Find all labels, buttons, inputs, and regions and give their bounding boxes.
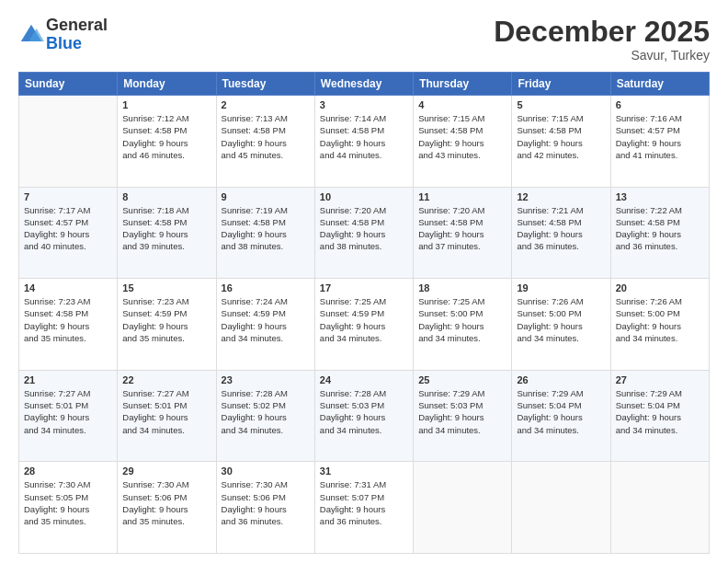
- day-cell: 17Sunrise: 7:25 AM Sunset: 4:59 PM Dayli…: [314, 279, 413, 371]
- day-info: Sunrise: 7:20 AM Sunset: 4:58 PM Dayligh…: [418, 204, 506, 253]
- day-cell: 20Sunrise: 7:26 AM Sunset: 5:00 PM Dayli…: [610, 279, 709, 371]
- day-info: Sunrise: 7:23 AM Sunset: 4:59 PM Dayligh…: [122, 295, 210, 344]
- day-number: 2: [222, 99, 310, 110]
- day-info: Sunrise: 7:13 AM Sunset: 4:58 PM Dayligh…: [222, 112, 310, 161]
- day-number: 4: [418, 99, 506, 110]
- day-number: 30: [222, 465, 310, 477]
- day-cell: [610, 462, 709, 554]
- day-info: Sunrise: 7:27 AM Sunset: 5:01 PM Dayligh…: [122, 387, 210, 436]
- col-header-sunday: Sunday: [19, 73, 118, 96]
- day-number: 11: [418, 191, 506, 202]
- day-info: Sunrise: 7:19 AM Sunset: 4:58 PM Dayligh…: [222, 204, 310, 253]
- day-cell: 6Sunrise: 7:16 AM Sunset: 4:57 PM Daylig…: [610, 96, 709, 188]
- day-number: 21: [24, 374, 112, 385]
- day-cell: 10Sunrise: 7:20 AM Sunset: 4:58 PM Dayli…: [314, 187, 413, 279]
- week-row-1: 1Sunrise: 7:12 AM Sunset: 4:58 PM Daylig…: [19, 96, 710, 188]
- logo: General Blue: [18, 17, 108, 53]
- day-info: Sunrise: 7:14 AM Sunset: 4:58 PM Dayligh…: [320, 112, 408, 161]
- day-number: 17: [320, 282, 408, 293]
- day-cell: 5Sunrise: 7:15 AM Sunset: 4:58 PM Daylig…: [512, 96, 610, 188]
- col-header-wednesday: Wednesday: [314, 73, 413, 96]
- day-cell: 16Sunrise: 7:24 AM Sunset: 4:59 PM Dayli…: [216, 279, 314, 371]
- day-number: 16: [222, 282, 310, 293]
- calendar-table: SundayMondayTuesdayWednesdayThursdayFrid…: [18, 72, 710, 554]
- day-number: 19: [517, 282, 605, 293]
- day-number: 22: [122, 374, 210, 385]
- day-number: 10: [320, 191, 408, 202]
- day-number: 9: [222, 191, 310, 202]
- day-info: Sunrise: 7:27 AM Sunset: 5:01 PM Dayligh…: [24, 387, 112, 436]
- day-number: 29: [122, 465, 210, 477]
- day-info: Sunrise: 7:22 AM Sunset: 4:58 PM Dayligh…: [616, 204, 704, 253]
- day-cell: 9Sunrise: 7:19 AM Sunset: 4:58 PM Daylig…: [216, 187, 314, 279]
- logo-blue-text: Blue: [46, 35, 108, 53]
- day-number: 7: [24, 191, 112, 202]
- day-info: Sunrise: 7:25 AM Sunset: 4:59 PM Dayligh…: [320, 295, 408, 344]
- logo-general-text: General: [46, 17, 108, 35]
- day-number: 13: [616, 191, 704, 202]
- day-info: Sunrise: 7:23 AM Sunset: 4:58 PM Dayligh…: [24, 295, 112, 344]
- day-cell: 15Sunrise: 7:23 AM Sunset: 4:59 PM Dayli…: [118, 279, 216, 371]
- day-info: Sunrise: 7:29 AM Sunset: 5:04 PM Dayligh…: [616, 387, 704, 436]
- day-cell: [512, 462, 610, 554]
- day-info: Sunrise: 7:15 AM Sunset: 4:58 PM Dayligh…: [517, 112, 605, 161]
- day-number: 24: [320, 374, 408, 385]
- day-cell: 7Sunrise: 7:17 AM Sunset: 4:57 PM Daylig…: [19, 187, 118, 279]
- day-cell: 19Sunrise: 7:26 AM Sunset: 5:00 PM Dayli…: [512, 279, 610, 371]
- day-cell: [414, 462, 512, 554]
- day-info: Sunrise: 7:26 AM Sunset: 5:00 PM Dayligh…: [616, 295, 704, 344]
- week-row-2: 7Sunrise: 7:17 AM Sunset: 4:57 PM Daylig…: [19, 187, 710, 279]
- day-info: Sunrise: 7:25 AM Sunset: 5:00 PM Dayligh…: [418, 295, 506, 344]
- day-number: 18: [418, 282, 506, 293]
- day-cell: 18Sunrise: 7:25 AM Sunset: 5:00 PM Dayli…: [414, 279, 512, 371]
- header-row: SundayMondayTuesdayWednesdayThursdayFrid…: [19, 73, 710, 96]
- day-cell: 1Sunrise: 7:12 AM Sunset: 4:58 PM Daylig…: [118, 96, 216, 188]
- day-number: 26: [517, 374, 605, 385]
- day-cell: 14Sunrise: 7:23 AM Sunset: 4:58 PM Dayli…: [19, 279, 118, 371]
- day-cell: 31Sunrise: 7:31 AM Sunset: 5:07 PM Dayli…: [314, 462, 413, 554]
- day-cell: 23Sunrise: 7:28 AM Sunset: 5:02 PM Dayli…: [216, 370, 314, 462]
- day-info: Sunrise: 7:16 AM Sunset: 4:57 PM Dayligh…: [616, 112, 704, 161]
- day-info: Sunrise: 7:30 AM Sunset: 5:06 PM Dayligh…: [222, 478, 310, 527]
- title-block: December 2025 Savur, Turkey: [494, 17, 710, 63]
- day-cell: 2Sunrise: 7:13 AM Sunset: 4:58 PM Daylig…: [216, 96, 314, 188]
- col-header-monday: Monday: [118, 73, 216, 96]
- day-number: 23: [222, 374, 310, 385]
- logo-icon: [18, 22, 44, 48]
- day-number: 8: [122, 191, 210, 202]
- day-cell: 22Sunrise: 7:27 AM Sunset: 5:01 PM Dayli…: [118, 370, 216, 462]
- day-cell: 28Sunrise: 7:30 AM Sunset: 5:05 PM Dayli…: [19, 462, 118, 554]
- week-row-3: 14Sunrise: 7:23 AM Sunset: 4:58 PM Dayli…: [19, 279, 710, 371]
- col-header-friday: Friday: [512, 73, 610, 96]
- day-number: 28: [24, 465, 112, 477]
- day-info: Sunrise: 7:17 AM Sunset: 4:57 PM Dayligh…: [24, 204, 112, 253]
- day-cell: 27Sunrise: 7:29 AM Sunset: 5:04 PM Dayli…: [610, 370, 709, 462]
- col-header-saturday: Saturday: [610, 73, 709, 96]
- week-row-4: 21Sunrise: 7:27 AM Sunset: 5:01 PM Dayli…: [19, 370, 710, 462]
- day-info: Sunrise: 7:31 AM Sunset: 5:07 PM Dayligh…: [320, 478, 408, 527]
- day-cell: 30Sunrise: 7:30 AM Sunset: 5:06 PM Dayli…: [216, 462, 314, 554]
- day-cell: 21Sunrise: 7:27 AM Sunset: 5:01 PM Dayli…: [19, 370, 118, 462]
- day-cell: 3Sunrise: 7:14 AM Sunset: 4:58 PM Daylig…: [314, 96, 413, 188]
- day-cell: 4Sunrise: 7:15 AM Sunset: 4:58 PM Daylig…: [414, 96, 512, 188]
- col-header-thursday: Thursday: [414, 73, 512, 96]
- week-row-5: 28Sunrise: 7:30 AM Sunset: 5:05 PM Dayli…: [19, 462, 710, 554]
- day-info: Sunrise: 7:30 AM Sunset: 5:05 PM Dayligh…: [24, 478, 112, 527]
- day-info: Sunrise: 7:26 AM Sunset: 5:00 PM Dayligh…: [517, 295, 605, 344]
- day-cell: 24Sunrise: 7:28 AM Sunset: 5:03 PM Dayli…: [314, 370, 413, 462]
- day-info: Sunrise: 7:18 AM Sunset: 4:58 PM Dayligh…: [122, 204, 210, 253]
- day-number: 25: [418, 374, 506, 385]
- day-info: Sunrise: 7:12 AM Sunset: 4:58 PM Dayligh…: [122, 112, 210, 161]
- day-number: 14: [24, 282, 112, 293]
- day-number: 12: [517, 191, 605, 202]
- day-number: 20: [616, 282, 704, 293]
- day-number: 6: [616, 99, 704, 110]
- month-title: December 2025: [494, 17, 710, 46]
- day-number: 27: [616, 374, 704, 385]
- col-header-tuesday: Tuesday: [216, 73, 314, 96]
- day-number: 15: [122, 282, 210, 293]
- day-info: Sunrise: 7:30 AM Sunset: 5:06 PM Dayligh…: [122, 478, 210, 527]
- day-number: 31: [320, 465, 408, 477]
- day-cell: 13Sunrise: 7:22 AM Sunset: 4:58 PM Dayli…: [610, 187, 709, 279]
- day-info: Sunrise: 7:15 AM Sunset: 4:58 PM Dayligh…: [418, 112, 506, 161]
